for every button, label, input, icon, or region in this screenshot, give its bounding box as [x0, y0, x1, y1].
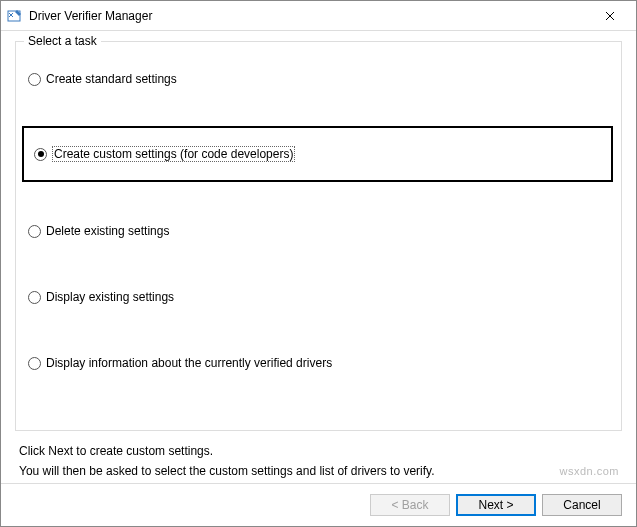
- radio-icon: [28, 225, 41, 238]
- radio-label: Delete existing settings: [46, 224, 169, 238]
- titlebar: Driver Verifier Manager: [1, 1, 636, 31]
- radio-icon: [28, 73, 41, 86]
- radio-icon: [28, 357, 41, 370]
- radio-label: Create standard settings: [46, 72, 177, 86]
- radio-label: Display information about the currently …: [46, 356, 332, 370]
- driver-verifier-window: Driver Verifier Manager Select a task Cr…: [0, 0, 637, 527]
- close-icon: [605, 11, 615, 21]
- watermark: wsxdn.com: [559, 465, 619, 477]
- radio-display-info[interactable]: Display information about the currently …: [28, 354, 609, 372]
- cancel-button[interactable]: Cancel: [542, 494, 622, 516]
- groupbox-label: Select a task: [24, 34, 101, 48]
- radio-delete-existing[interactable]: Delete existing settings: [28, 222, 609, 240]
- instruction-line: You will then be asked to select the cus…: [19, 461, 618, 481]
- back-button: < Back: [370, 494, 450, 516]
- content-area: Select a task Create standard settings C…: [1, 31, 636, 483]
- radio-label: Create custom settings (for code develop…: [52, 146, 295, 162]
- footer: < Back Next > Cancel: [1, 483, 636, 526]
- next-button[interactable]: Next >: [456, 494, 536, 516]
- radio-icon: [28, 291, 41, 304]
- close-button[interactable]: [590, 4, 630, 28]
- radio-create-custom[interactable]: Create custom settings (for code develop…: [22, 126, 613, 182]
- instructions: Click Next to create custom settings. Yo…: [15, 441, 622, 482]
- task-groupbox: Select a task Create standard settings C…: [15, 41, 622, 431]
- radio-display-existing[interactable]: Display existing settings: [28, 288, 609, 306]
- radio-icon: [34, 148, 47, 161]
- radio-label: Display existing settings: [46, 290, 174, 304]
- window-title: Driver Verifier Manager: [29, 9, 590, 23]
- app-icon: [7, 8, 23, 24]
- instruction-line: Click Next to create custom settings.: [19, 441, 618, 461]
- radio-create-standard[interactable]: Create standard settings: [28, 70, 609, 88]
